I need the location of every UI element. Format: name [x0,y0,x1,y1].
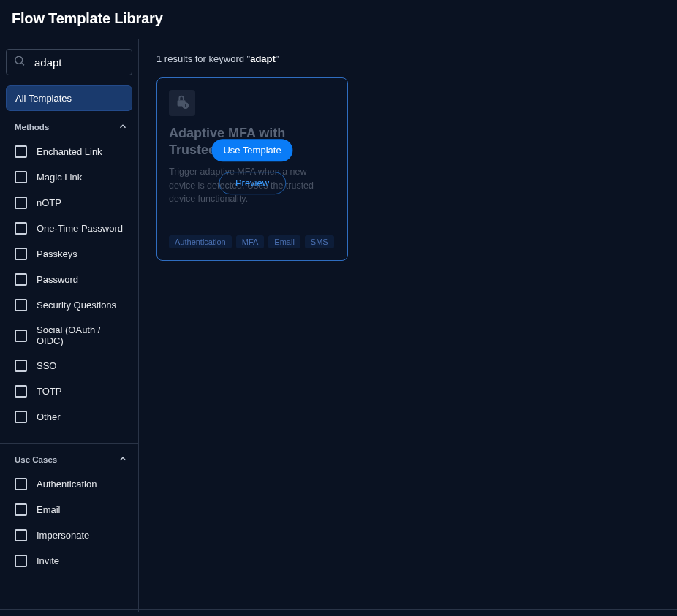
methods-list: Enchanted Link Magic Link nOTP One-Time … [6,139,132,438]
all-templates-tab[interactable]: All Templates [6,85,132,111]
filter-magic-link[interactable]: Magic Link [6,164,132,190]
tag-row: Authentication MFA Email SMS [169,235,336,248]
filter-label: Email [37,504,61,515]
results-suffix: " [276,53,279,64]
chevron-up-icon [118,121,128,133]
results-keyword: adapt [250,53,276,64]
page-title: Flow Template Library [0,0,677,39]
filter-label: nOTP [37,197,61,208]
section-title: Use Cases [15,455,57,464]
filter-label: Security Questions [37,300,116,311]
checkbox[interactable] [15,197,27,209]
checkbox[interactable] [15,299,27,311]
filter-label: Magic Link [37,172,82,183]
checkbox[interactable] [15,273,27,286]
template-card[interactable]: i Adaptive MFA with Trusted Device Trigg… [156,77,348,261]
checkbox[interactable] [15,171,27,183]
divider [0,443,138,444]
search-field-wrap [6,49,132,75]
bottom-border [0,609,677,610]
section-header-use-cases[interactable]: Use Cases [6,448,132,471]
svg-line-1 [22,63,24,65]
filter-label: Enchanted Link [37,146,102,157]
filter-label: TOTP [37,386,61,397]
sidebar: All Templates Methods Enchanted Link Mag… [0,39,139,612]
filter-label: SSO [37,360,56,371]
filter-other[interactable]: Other [6,404,132,430]
checkbox[interactable] [15,411,27,423]
filter-social-oauth[interactable]: Social (OAuth / OIDC) [6,318,132,353]
checkbox[interactable] [15,555,27,567]
tag: Authentication [169,235,232,248]
filter-otp[interactable]: One-Time Password [6,216,132,241]
section-title: Methods [15,123,49,132]
filter-invite[interactable]: Invite [6,548,132,574]
filter-password[interactable]: Password [6,267,132,292]
checkbox[interactable] [15,503,27,516]
checkbox[interactable] [15,360,27,372]
preview-button[interactable]: Preview [219,172,286,194]
filter-enchanted-link[interactable]: Enchanted Link [6,139,132,164]
filter-label: Impersonate [37,530,89,541]
template-icon-box: i [169,90,195,116]
filter-notp[interactable]: nOTP [6,190,132,216]
search-icon [13,55,26,70]
layout: All Templates Methods Enchanted Link Mag… [0,39,677,612]
use-template-button[interactable]: Use Template [211,139,292,161]
tag: MFA [236,235,265,248]
tag: SMS [305,235,334,248]
filter-email[interactable]: Email [6,497,132,522]
filter-label: Social (OAuth / OIDC) [37,324,128,346]
svg-point-0 [15,56,23,64]
checkbox[interactable] [15,385,27,398]
usecases-list: Authentication Email Impersonate Invite [6,471,132,582]
chevron-up-icon [118,454,128,465]
filter-label: One-Time Password [37,223,123,234]
card-actions: Use Template Preview [211,139,292,194]
checkbox[interactable] [15,145,27,158]
filter-label: Authentication [37,479,97,490]
filter-totp[interactable]: TOTP [6,379,132,404]
filter-label: Other [37,411,61,422]
filter-impersonate[interactable]: Impersonate [6,522,132,548]
filter-sso[interactable]: SSO [6,353,132,379]
checkbox[interactable] [15,478,27,490]
tag: Email [268,235,300,248]
filter-label: Passkeys [37,248,77,259]
lock-shield-icon: i [174,94,190,113]
checkbox[interactable] [15,222,27,235]
svg-text:i: i [185,103,186,108]
filter-authentication[interactable]: Authentication [6,471,132,497]
results-summary: 1 results for keyword "adapt" [156,53,659,64]
section-header-methods[interactable]: Methods [6,115,132,139]
checkbox[interactable] [15,248,27,260]
filter-label: Password [37,274,78,285]
checkbox[interactable] [15,529,27,541]
filter-security-questions[interactable]: Security Questions [6,292,132,318]
checkbox[interactable] [15,330,27,342]
main-content: 1 results for keyword "adapt" i Adaptive… [139,39,677,612]
filter-passkeys[interactable]: Passkeys [6,241,132,267]
filter-label: Invite [37,555,59,566]
results-prefix: results for keyword " [162,53,250,64]
